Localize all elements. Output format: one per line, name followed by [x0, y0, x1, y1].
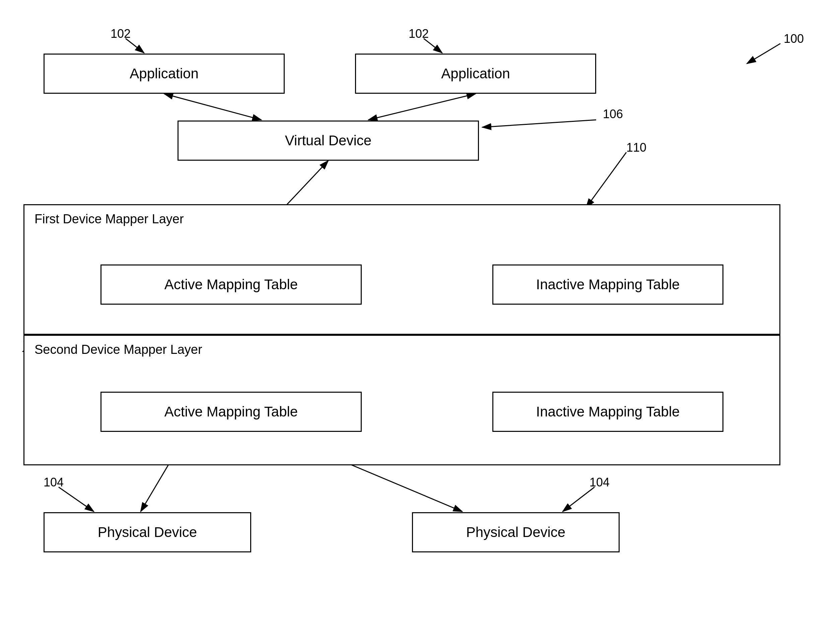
active-mapping-2-box: Active Mapping Table — [100, 392, 362, 432]
diagram: 100 102 102 106 110 114 116 120 124 126 … — [0, 0, 840, 619]
inactive-mapping-2-label: Inactive Mapping Table — [536, 404, 680, 420]
svg-line-6 — [368, 94, 476, 120]
app-right-box: Application — [355, 54, 596, 94]
active-mapping-2-label: Active Mapping Table — [165, 404, 298, 420]
ref-104-left: 104 — [43, 475, 64, 489]
inactive-mapping-1-box: Inactive Mapping Table — [493, 265, 723, 305]
svg-line-20 — [563, 487, 594, 511]
physical-left-box: Physical Device — [43, 512, 251, 552]
inactive-mapping-1-label: Inactive Mapping Table — [536, 277, 680, 293]
ref-100: 100 — [784, 32, 804, 46]
physical-right-label: Physical Device — [466, 524, 565, 540]
svg-line-5 — [164, 94, 261, 120]
ref-102-right: 102 — [409, 27, 429, 41]
svg-line-7 — [482, 120, 596, 127]
svg-line-2 — [747, 43, 780, 64]
app-right-label: Application — [441, 66, 510, 82]
svg-line-8 — [586, 153, 626, 208]
ref-106: 106 — [603, 107, 623, 121]
app-left-box: Application — [43, 54, 285, 94]
physical-left-label: Physical Device — [98, 524, 197, 540]
physical-right-box: Physical Device — [412, 512, 620, 552]
ref-104-right: 104 — [590, 475, 609, 489]
virtual-device-label: Virtual Device — [285, 133, 371, 149]
layer1-label: First Device Mapper Layer — [34, 212, 184, 226]
app-left-label: Application — [130, 66, 198, 82]
inactive-mapping-2-box: Inactive Mapping Table — [493, 392, 723, 432]
active-mapping-1-label: Active Mapping Table — [165, 277, 298, 293]
virtual-device-box: Virtual Device — [178, 121, 479, 161]
ref-102-left: 102 — [111, 27, 130, 41]
ref-110: 110 — [626, 141, 647, 155]
active-mapping-1-box: Active Mapping Table — [100, 265, 362, 305]
layer2-label: Second Device Mapper Layer — [34, 342, 202, 357]
svg-line-19 — [58, 487, 94, 511]
